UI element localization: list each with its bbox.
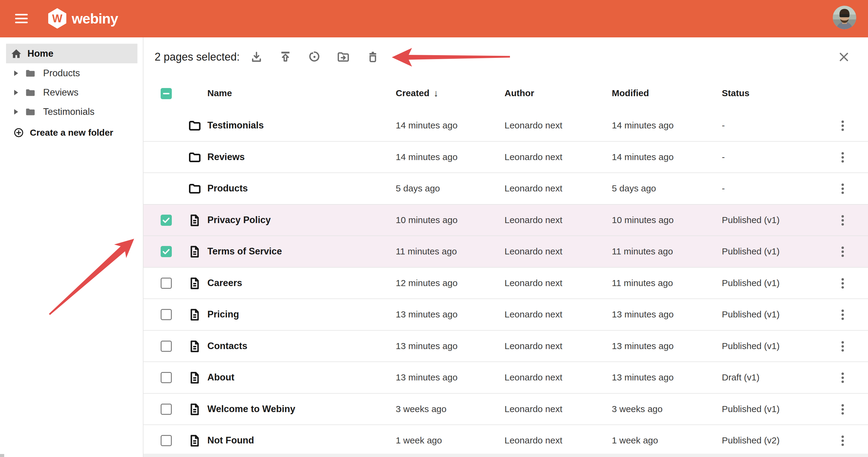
table-row[interactable]: Terms of Service 11 minutes ago Leonardo… [144,236,868,268]
app-header: W webiny [0,0,868,37]
row-actions-kebab[interactable] [834,433,851,448]
row-modified: 1 week ago [612,425,658,456]
column-header-modified: Modified [612,77,649,110]
row-actions-kebab[interactable] [834,339,851,354]
row-created: 12 minutes ago [396,268,458,299]
close-selection-button[interactable] [835,48,853,66]
sidebar-item-label: Testimonials [43,106,95,117]
sidebar-folder-item[interactable]: Products [6,64,137,83]
webiny-logo: W webiny [48,8,118,29]
kebab-dots-icon [835,213,850,228]
sidebar-folder-item[interactable]: Testimonials [6,102,137,121]
sidebar-folder-item[interactable]: Reviews [6,83,137,102]
table-row[interactable]: About 13 minutes ago Leonardo next 13 mi… [144,362,868,394]
trash-icon [366,50,380,64]
table-row[interactable]: Not Found 1 week ago Leonardo next 1 wee… [144,425,868,457]
hamburger-menu-icon[interactable] [15,14,28,23]
kebab-dots-icon [835,181,850,196]
publish-icon [278,50,292,64]
row-author: Leonardo next [504,205,562,236]
row-author: Leonardo next [504,236,562,267]
row-checkbox[interactable] [161,341,172,352]
webiny-page-manager: W webiny [0,0,868,457]
caret-right-icon[interactable] [14,90,18,95]
create-new-folder-button[interactable]: Create a new folder [6,123,137,142]
row-checkbox[interactable] [161,278,172,289]
selection-toolbar: 2 pages selected: [144,37,868,78]
user-avatar[interactable] [833,6,856,29]
row-actions-kebab[interactable] [834,276,851,291]
row-modified: 5 days ago [612,173,656,204]
row-name: Reviews [207,142,245,173]
table-row[interactable]: Welcome to Webiny 3 weeks ago Leonardo n… [144,394,868,425]
caret-right-icon[interactable] [14,70,18,76]
table-row[interactable]: Contacts 13 minutes ago Leonardo next 13… [144,331,868,362]
row-modified: 13 minutes ago [612,362,674,393]
row-modified: 11 minutes ago [612,236,673,267]
restore-icon [307,50,321,64]
row-checkbox[interactable] [161,215,172,226]
table-row[interactable]: Testimonials 14 minutes ago Leonardo nex… [144,110,868,142]
publish-button[interactable] [277,48,294,66]
table-row[interactable]: Careers 12 minutes ago Leonardo next 11 … [144,268,868,299]
row-checkbox[interactable] [161,404,172,415]
move-to-folder-button[interactable] [335,48,352,66]
download-button[interactable] [248,48,265,66]
row-name: Terms of Service [207,236,282,267]
row-checkbox[interactable] [161,246,172,257]
row-status: Published (v1) [722,331,780,361]
folder-icon [188,150,202,164]
row-checkbox[interactable] [161,435,172,446]
row-actions-kebab[interactable] [834,370,851,385]
row-actions-kebab[interactable] [834,402,851,417]
row-author: Leonardo next [504,299,562,330]
select-all-checkbox[interactable] [161,88,172,99]
folder-icon [188,182,202,196]
folder-icon [24,68,37,79]
row-checkbox[interactable] [161,309,172,320]
selection-count-label: 2 pages selected: [155,37,240,76]
row-author: Leonardo next [504,110,562,141]
row-checkbox[interactable] [161,372,172,383]
row-author: Leonardo next [504,425,562,456]
brand-wordmark: webiny [72,10,118,27]
row-status: Published (v1) [722,394,780,424]
restore-button[interactable] [306,48,323,66]
row-created: 10 minutes ago [396,205,458,236]
close-icon [838,51,850,63]
table-row[interactable]: Reviews 14 minutes ago Leonardo next 14 … [144,142,868,173]
plus-circle-icon [13,127,24,138]
caret-right-icon[interactable] [14,109,18,115]
sidebar-item-home[interactable]: Home [6,44,137,63]
page-icon [188,434,202,448]
move-to-folder-icon [336,50,350,64]
row-actions-kebab[interactable] [834,307,851,322]
table-row[interactable]: Privacy Policy 10 minutes ago Leonardo n… [144,205,868,236]
folder-icon [24,106,37,117]
row-actions-kebab[interactable] [834,244,851,259]
row-name: Careers [207,268,242,299]
row-created: 14 minutes ago [396,142,458,173]
row-created: 14 minutes ago [396,110,458,141]
row-actions-kebab[interactable] [834,150,851,165]
row-status: Published (v2) [722,425,780,456]
row-created: 11 minutes ago [396,236,457,267]
page-icon [188,339,202,353]
page-list-panel: 2 pages selected: [144,37,868,457]
row-actions-kebab[interactable] [834,181,851,196]
table-row[interactable]: Products 5 days ago Leonardo next 5 days… [144,173,868,205]
row-status: Published (v1) [722,205,780,236]
checkmark-icon [161,215,172,226]
row-actions-kebab[interactable] [834,118,851,133]
kebab-dots-icon [835,402,850,417]
row-actions-kebab[interactable] [834,213,851,228]
create-new-folder-label: Create a new folder [30,127,113,138]
row-created: 1 week ago [396,425,442,456]
column-header-created[interactable]: Created ↓ [396,77,438,110]
row-name: About [207,362,235,393]
webiny-hexagon-icon: W [48,8,66,29]
column-header-status: Status [722,77,749,110]
table-row[interactable]: Pricing 13 minutes ago Leonardo next 13 … [144,299,868,331]
delete-button[interactable] [364,48,381,66]
kebab-dots-icon [835,118,850,133]
